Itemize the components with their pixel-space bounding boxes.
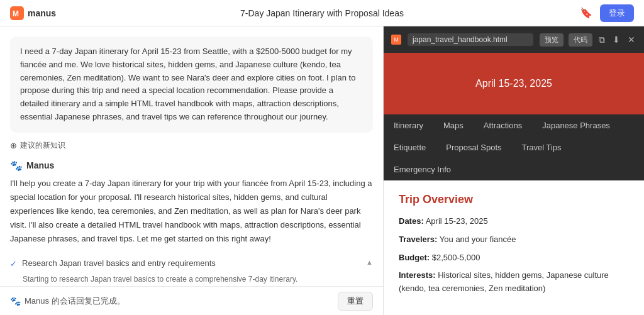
preview-button[interactable]: 预览 (540, 33, 564, 47)
manus-header-icon: 🐾 (10, 160, 23, 172)
subtask-1: Starting to research Japan travel basics… (23, 272, 373, 286)
logo: M manus (10, 6, 86, 20)
dates-row: Dates: April 15-23, 2025 (399, 215, 629, 228)
manus-response: I'll help you create a 7-day Japan itine… (10, 177, 373, 246)
bottom-status: 🐾 Manus 的会话回复已完成。 (10, 296, 125, 307)
close-button[interactable]: ✕ (626, 33, 636, 46)
browser-bar: M japan_travel_handbook.html 预览 代码 ⧉ ⬇ ✕ (384, 26, 644, 53)
interests-row: Interests: Historical sites, hidden gems… (399, 269, 629, 296)
bookmark-button[interactable]: 🔖 (577, 6, 595, 20)
browser-url: japan_travel_handbook.html (408, 33, 533, 46)
budget-value: $2,500-5,000 (432, 253, 480, 262)
logo-icon: M (10, 6, 24, 20)
dates-label: Dates: (399, 216, 424, 226)
interests-label: Interests: (399, 270, 436, 280)
page-title: 7-Day Japan Itinerary with Proposal Idea… (86, 8, 558, 18)
knowledge-icon: ⊕ (10, 141, 17, 150)
main-content: I need a 7-day Japan itinerary for April… (0, 26, 644, 315)
content-section: Trip Overview Dates: April 15-23, 2025 T… (384, 180, 644, 313)
top-bar-right: 🔖 登录 (558, 4, 634, 22)
svg-text:M: M (13, 9, 19, 18)
task-item-1: ✓ Research Japan travel basics and entry… (10, 255, 373, 272)
manus-small-icon: 🐾 (10, 296, 21, 306)
travelers-row: Travelers: You and your fiancée (399, 233, 629, 246)
user-message: I need a 7-day Japan itinerary for April… (10, 36, 373, 133)
manus-header: 🐾 Manus (10, 160, 373, 172)
download-button[interactable]: ⬇ (611, 33, 621, 46)
reset-button[interactable]: 重置 (338, 292, 373, 311)
tab-itinerary[interactable]: Itinerary (384, 114, 433, 136)
travelers-value: You and your fiancée (440, 235, 516, 244)
tab-travel-tips[interactable]: Travel Tips (512, 136, 572, 158)
dates-value: April 15-23, 2025 (426, 216, 488, 226)
login-button[interactable]: 登录 (600, 4, 634, 22)
nav-tabs: Itinerary Maps Attractions Japanese Phra… (384, 114, 644, 180)
tab-maps[interactable]: Maps (433, 114, 474, 136)
travelers-label: Travelers: (399, 235, 437, 244)
browser-favicon: M (391, 35, 401, 45)
logo-text: manus (28, 8, 56, 18)
left-panel: I need a 7-day Japan itinerary for April… (0, 26, 384, 315)
code-button[interactable]: 代码 (569, 33, 592, 47)
chat-area: I need a 7-day Japan itinerary for April… (0, 26, 383, 286)
tab-proposal-spots[interactable]: Proposal Spots (436, 136, 511, 158)
right-panel: M japan_travel_handbook.html 预览 代码 ⧉ ⬇ ✕… (384, 26, 644, 315)
manus-section: 🐾 Manus I'll help you create a 7-day Jap… (10, 160, 373, 286)
budget-label: Budget: (399, 253, 430, 262)
budget-row: Budget: $2,500-5,000 (399, 251, 629, 265)
copy-button[interactable]: ⧉ (597, 33, 606, 47)
bottom-bar: 🐾 Manus 的会话回复已完成。 重置 (0, 286, 383, 315)
top-bar: M manus 7-Day Japan Itinerary with Propo… (0, 0, 644, 26)
browser-actions: 预览 代码 ⧉ ⬇ ✕ (540, 33, 636, 47)
section-title: Trip Overview (399, 193, 629, 206)
html-content: April 15-23, 2025 Itinerary Maps Attract… (384, 53, 644, 315)
hero-banner: April 15-23, 2025 (384, 53, 644, 114)
tab-japanese-phrases[interactable]: Japanese Phrases (532, 114, 620, 136)
tab-etiquette[interactable]: Etiquette (384, 136, 436, 158)
expand-icon-1[interactable]: ▲ (366, 258, 373, 266)
hero-date: April 15-23, 2025 (475, 78, 552, 89)
knowledge-tag[interactable]: ⊕ 建议的新知识 (10, 140, 65, 151)
check-icon-1: ✓ (10, 259, 17, 268)
tab-attractions[interactable]: Attractions (474, 114, 532, 136)
tab-emergency-info[interactable]: Emergency Info (384, 158, 461, 180)
